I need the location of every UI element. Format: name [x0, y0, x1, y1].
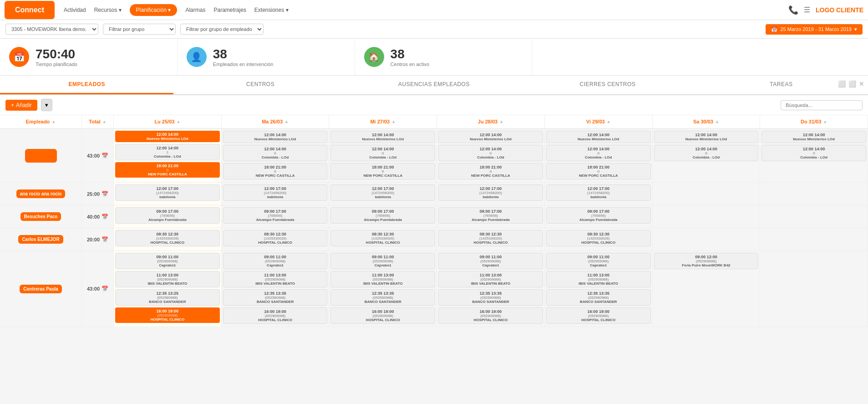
shift-card[interactable]: 08:30 12:30 (1425330026) HOSPITAL CLINIC…	[223, 230, 328, 246]
day-cell-do[interactable]	[760, 205, 868, 228]
shift-card[interactable]: 11:00 13:00 (052909088) IBIS VALENTIN BE…	[438, 271, 543, 287]
day-cell-mi[interactable]: 12:00 17:00 (1472458200) babilonia	[329, 183, 437, 205]
day-cell-ju[interactable]: 09:00 17:00 (765656) Alcampo Fuenlabrada	[437, 205, 545, 228]
day-cell-ma[interactable]: 09:00 17:00 (765656) Alcampo Fuenlabrada	[222, 205, 330, 228]
sort-sa-icon[interactable]: ▲	[715, 119, 719, 124]
col-total[interactable]: Total ▲	[82, 115, 114, 128]
shift-card[interactable]: 12:00 14:00 0 Colombia - LOd	[223, 145, 328, 161]
shift-card[interactable]: 09:00 17:00 (765656) Alcampo Fuenlabrada	[223, 207, 328, 224]
col-ju[interactable]: Ju 28/03 ▲	[437, 115, 545, 128]
search-input[interactable]	[781, 100, 863, 110]
shift-card[interactable]: 09:00 11:00 (052909088) Caprabo1	[115, 253, 220, 269]
shift-card[interactable]: 18:00 21:00 0 NEW PORC CASTILLA	[115, 162, 220, 178]
col-vi[interactable]: Vi 29/03 ▲	[545, 115, 653, 128]
shift-card[interactable]: 16:00 19:00 (052909088) HOSPITAL CLINICO	[438, 307, 543, 324]
shift-card[interactable]: 12:00 14:00 Nuevos Ministerios LOd	[546, 131, 651, 143]
shift-card[interactable]: 12:35 13:25 (052580988) BANCO SANTANDER	[115, 289, 220, 306]
employee-name-cell[interactable]: Carlos ELMEJOR	[0, 228, 82, 251]
day-cell-do[interactable]	[760, 183, 868, 205]
shift-card[interactable]: 18:00 21:00 0 NEW PORC CASTILLA	[546, 163, 651, 179]
day-cell-ma[interactable]: 12:00 14:00 Nuevos Ministerios LOd 12:00…	[222, 129, 330, 182]
shift-card[interactable]: 09:00 17:00 (765656) Alcampo Fuenlabrada	[438, 207, 543, 224]
menu-icon[interactable]: ☰	[804, 5, 810, 14]
day-cell-lu[interactable]: 12:00 17:00 (1472458200) babilonia	[114, 183, 222, 205]
day-cell-ma[interactable]: 08:30 12:30 (1425330026) HOSPITAL CLINIC…	[222, 228, 330, 251]
nav-actividad[interactable]: Actividad	[64, 7, 86, 13]
shift-card[interactable]: 12:00 14:00 Nuevos Ministerios LOd	[115, 131, 220, 142]
sort-empleado-icon[interactable]: ▲	[51, 119, 56, 124]
day-cell-lu[interactable]: 12:00 14:00 Nuevos Ministerios LOd 12:00…	[114, 129, 222, 182]
nav-alarmas[interactable]: Alarmas	[185, 7, 205, 13]
day-cell-lu[interactable]: 08:30 12:30 (1425330026) HOSPITAL CLINIC…	[114, 228, 222, 251]
shift-card[interactable]: 12:00 17:00 (1472458200) babilonia	[438, 184, 543, 201]
day-cell-sa[interactable]: 12:00 14:00 Nuevos Ministerios LOd 12:00…	[653, 129, 761, 182]
day-cell-ju[interactable]: 08:30 12:30 (1425330026) HOSPITAL CLINIC…	[437, 228, 545, 251]
shift-card[interactable]: 12:00 14:00 0 Colombia - LOd	[546, 145, 651, 161]
shift-card[interactable]: 09:00 11:00 (052909088) Caprabo1	[330, 253, 435, 269]
shift-card[interactable]: 12:00 14:00 0 Colombia - LOd	[330, 145, 435, 161]
day-cell-ju[interactable]: 12:00 17:00 (1472458200) babilonia	[437, 183, 545, 205]
tab-centros[interactable]: CENTROS	[173, 76, 347, 94]
col-lu[interactable]: Lu 25/03 ▲	[114, 115, 222, 128]
shift-card[interactable]: 09:00 12:00 (052909088) Feria Puire Move…	[654, 253, 759, 269]
day-cell-vi[interactable]: 08:30 12:30 (1425330026) HOSPITAL CLINIC…	[545, 228, 653, 251]
shift-card[interactable]: 11:00 13:00 (052909088) IBIS VALENTIN BE…	[223, 271, 328, 287]
day-cell-sa[interactable]	[653, 205, 761, 228]
shift-card[interactable]: 11:00 13:00 (052909088) IBIS VALENTIN BE…	[546, 271, 651, 287]
day-cell-mi[interactable]: 09:00 17:00 (765656) Alcampo Fuenlabrada	[329, 205, 437, 228]
day-cell-vi[interactable]: 12:00 14:00 Nuevos Ministerios LOd 12:00…	[545, 129, 653, 182]
day-cell-ju[interactable]: 12:00 14:00 Nuevos Ministerios LOd 12:00…	[437, 129, 545, 182]
sort-do-icon[interactable]: ▲	[823, 119, 827, 124]
shift-card[interactable]: 18:00 21:00 0 NEW PORC CASTILLA	[330, 163, 435, 179]
shift-card[interactable]: 16:00 19:00 (052909088) HOSPITAL CLINICO	[546, 307, 651, 324]
date-range-button[interactable]: 📅 25 Marzo 2019 - 31 Marzo 2019 ▾	[766, 24, 863, 35]
shift-card[interactable]: 12:00 14:00 Nuevos Ministerios LOd	[654, 131, 759, 143]
day-cell-vi[interactable]: 09:00 11:00 (052909088) Caprabo1 11:00 1…	[545, 251, 653, 327]
day-cell-ma[interactable]: 12:00 17:00 (1472458200) babilonia	[222, 183, 330, 205]
day-cell-sa[interactable]	[653, 228, 761, 251]
shift-card[interactable]: 12:00 14:00 0 Colombia - LOd	[761, 145, 866, 161]
employee-name-cell[interactable]: ana rocio ana rocio	[0, 183, 82, 205]
shift-card[interactable]: 09:00 11:00 (052909088) Caprabo1	[438, 253, 543, 269]
add-dropdown-button[interactable]: ▾	[41, 99, 52, 111]
shift-card[interactable]: 12:00 14:00 Nuevos Ministerios LOd	[438, 131, 543, 143]
shift-card[interactable]: 12:35 13:35 (052580988) BANCO SANTANDER	[223, 289, 328, 306]
shift-card[interactable]: 12:35 13:35 (052580988) BANCO SANTANDER	[546, 289, 651, 306]
col-sa[interactable]: Sa 30/03 ▲	[653, 115, 761, 128]
shift-card[interactable]: 12:35 13:35 (052580988) BANCO SANTANDER	[330, 289, 435, 306]
shift-card[interactable]: 16:00 19:00 (052909088) HOSPITAL CLINICO	[115, 307, 220, 323]
col-mi[interactable]: Mi 27/03 ▲	[329, 115, 437, 128]
col-do[interactable]: Do 31/03 ▲	[760, 115, 868, 128]
day-cell-vi[interactable]: 12:00 17:00 (1472458200) babilonia	[545, 183, 653, 205]
shift-card[interactable]: 12:00 14:00 Nuevos Ministerios LOd	[330, 131, 435, 143]
tab-cierres-centros[interactable]: CIERRES CENTROS	[521, 76, 694, 94]
tab-empleados[interactable]: EMPLEADOS	[0, 76, 173, 94]
shift-card[interactable]: 08:30 12:30 (1425330026) HOSPITAL CLINIC…	[438, 230, 543, 246]
sort-ma-icon[interactable]: ▲	[284, 119, 289, 124]
phone-icon[interactable]: 📞	[788, 5, 798, 15]
nav-recursos[interactable]: Recursos ▾	[94, 7, 122, 13]
day-cell-sa[interactable]	[653, 183, 761, 205]
shift-card[interactable]: 12:00 14:00 1 Colombia - LOd	[115, 144, 220, 160]
day-cell-ju[interactable]: 09:00 11:00 (052909088) Caprabo1 11:00 1…	[437, 251, 545, 327]
nav-extensiones[interactable]: Extensiones ▾	[254, 7, 289, 13]
shift-card[interactable]: 08:30 12:30 (1425330026) HOSPITAL CLINIC…	[115, 230, 220, 246]
day-cell-mi[interactable]: 12:00 14:00 Nuevos Ministerios LOd 12:00…	[329, 129, 437, 182]
employee-name-cell[interactable]: Besuches Paco	[0, 205, 82, 228]
day-cell-lu[interactable]: 09:00 11:00 (052909088) Caprabo1 11:00 1…	[114, 251, 222, 327]
expand-icon[interactable]: ⬜	[838, 80, 846, 87]
col-ma[interactable]: Ma 26/03 ▲	[222, 115, 330, 128]
employee-group-select[interactable]: Filtrar por grupo de empleado	[180, 24, 264, 35]
shift-card[interactable]: 16:00 19:00 (052909088) HOSPITAL CLINICO	[223, 307, 328, 324]
tab-ausencias-empleados[interactable]: AUSENCIAS EMPLEADOS	[347, 76, 521, 94]
shift-card[interactable]: 09:00 11:00 (052909088) Caprabo1	[223, 253, 328, 269]
shift-card[interactable]: 09:00 17:00 (765656) Alcampo Fuenlabrada	[330, 207, 435, 224]
day-cell-lu[interactable]: 09:00 17:00 (765656) Alcampo Fuenlabrada	[114, 205, 222, 228]
shift-card[interactable]: 12:00 17:00 (1472458200) babilonia	[546, 184, 651, 201]
workspace-select[interactable]: 3305 - MOVEWORK Iberia demo.	[5, 24, 98, 35]
day-cell-mi[interactable]: 08:30 12:30 (1425330026) HOSPITAL CLINIC…	[329, 228, 437, 251]
sort-lu-icon[interactable]: ▲	[176, 119, 180, 124]
shift-card[interactable]: 09:00 17:00 (765656) Alcampo Fuenlabrada	[115, 207, 220, 224]
shift-card[interactable]: 08:30 12:30 (1425330026) HOSPITAL CLINIC…	[546, 230, 651, 246]
day-cell-mi[interactable]: 09:00 11:00 (052909088) Caprabo1 11:00 1…	[329, 251, 437, 327]
